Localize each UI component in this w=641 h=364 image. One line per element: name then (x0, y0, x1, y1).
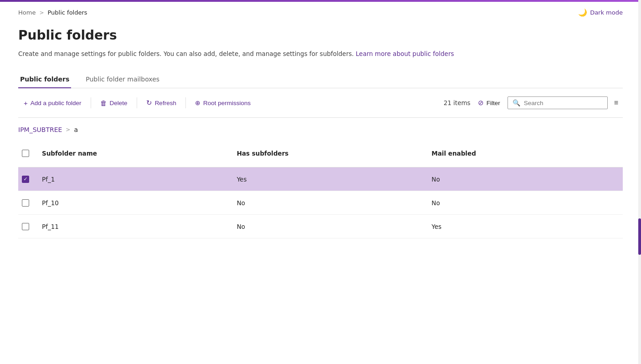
dark-mode-label: Dark mode (590, 9, 623, 16)
table-row[interactable]: Pf_11 No Yes (18, 215, 623, 238)
row-checkbox-cell (18, 169, 38, 189)
path-current: a (74, 126, 78, 133)
tab-public-folder-mailboxes[interactable]: Public folder mailboxes (84, 71, 161, 88)
page-title: Public folders (18, 28, 623, 43)
refresh-button[interactable]: ↻ Refresh (141, 96, 182, 110)
has-subfolders-pf10: No (233, 193, 428, 213)
dark-mode-toggle[interactable]: 🌙 Dark mode (578, 8, 623, 17)
filter-icon: ⊘ (478, 99, 484, 107)
path-root-link[interactable]: IPM_SUBTREE (18, 126, 62, 133)
main-content: Public folders Create and manage setting… (0, 23, 641, 257)
subfolder-name-pf1: Pf_1 (38, 169, 233, 189)
toolbar: + Add a public folder 🗑 Delete ↻ Refresh… (18, 88, 623, 118)
row-checkbox-cell (18, 217, 38, 237)
subfolder-name-pf11: Pf_11 (38, 217, 233, 237)
search-input[interactable] (524, 100, 603, 106)
tab-public-folders[interactable]: Public folders (18, 71, 71, 88)
row-checkbox-pf10[interactable] (22, 199, 29, 207)
filter-button[interactable]: ⊘ Filter (472, 96, 506, 110)
row-checkbox-cell (18, 193, 38, 213)
delete-button[interactable]: 🗑 Delete (95, 96, 133, 110)
table-container: Subfolder name Has subfolders Mail enabl… (18, 140, 623, 238)
root-permissions-button[interactable]: ⊕ Root permissions (190, 96, 256, 110)
table-header: Subfolder name Has subfolders Mail enabl… (18, 140, 623, 167)
scrollbar-thumb[interactable] (638, 218, 641, 255)
add-public-folder-button[interactable]: + Add a public folder (18, 96, 87, 110)
refresh-icon: ↻ (146, 99, 152, 107)
mail-enabled-pf11: Yes (428, 217, 623, 237)
path-separator: > (66, 126, 70, 133)
search-icon: 🔍 (513, 99, 520, 106)
add-icon: + (24, 99, 28, 107)
path-nav: IPM_SUBTREE > a (18, 118, 623, 140)
column-header-subfolder-name: Subfolder name (38, 143, 233, 163)
column-header-mail-enabled: Mail enabled (428, 143, 623, 163)
toolbar-separator-3 (185, 97, 186, 108)
learn-more-link[interactable]: Learn more about public folders (356, 50, 454, 57)
table-row[interactable]: Pf_10 No No (18, 191, 623, 215)
breadcrumb-home[interactable]: Home (18, 9, 36, 16)
breadcrumb-separator: > (39, 10, 44, 16)
mail-enabled-pf10: No (428, 193, 623, 213)
items-count: 21 items (444, 99, 471, 106)
view-toggle-button[interactable]: ≡ (610, 96, 623, 110)
delete-icon: 🗑 (100, 99, 107, 107)
breadcrumb: Home > Public folders 🌙 Dark mode (0, 2, 641, 23)
row-checkbox-pf11[interactable] (22, 223, 29, 230)
refresh-button-label: Refresh (155, 100, 176, 106)
subfolder-name-pf10: Pf_10 (38, 193, 233, 213)
delete-button-label: Delete (110, 100, 128, 106)
scrollbar-track (638, 0, 641, 364)
toolbar-separator-1 (91, 97, 91, 108)
has-subfolders-pf11: No (233, 217, 428, 237)
root-permissions-icon: ⊕ (195, 99, 200, 106)
page-description: Create and manage settings for public fo… (18, 49, 623, 58)
table-row[interactable]: Pf_1 Yes No (18, 167, 623, 191)
search-box[interactable]: 🔍 (508, 96, 608, 109)
header-checkbox-cell (18, 143, 38, 163)
has-subfolders-pf1: Yes (233, 169, 428, 189)
row-checkbox-pf1[interactable] (22, 176, 29, 183)
filter-label: Filter (487, 100, 500, 106)
column-header-has-subfolders: Has subfolders (233, 143, 428, 163)
root-permissions-label: Root permissions (203, 100, 251, 106)
toolbar-separator-2 (137, 97, 137, 108)
add-button-label: Add a public folder (31, 100, 82, 106)
dark-mode-icon: 🌙 (578, 8, 587, 17)
breadcrumb-current: Public folders (47, 9, 87, 16)
select-all-checkbox[interactable] (22, 150, 29, 157)
mail-enabled-pf1: No (428, 169, 623, 189)
tabs-container: Public folders Public folder mailboxes (18, 71, 623, 88)
